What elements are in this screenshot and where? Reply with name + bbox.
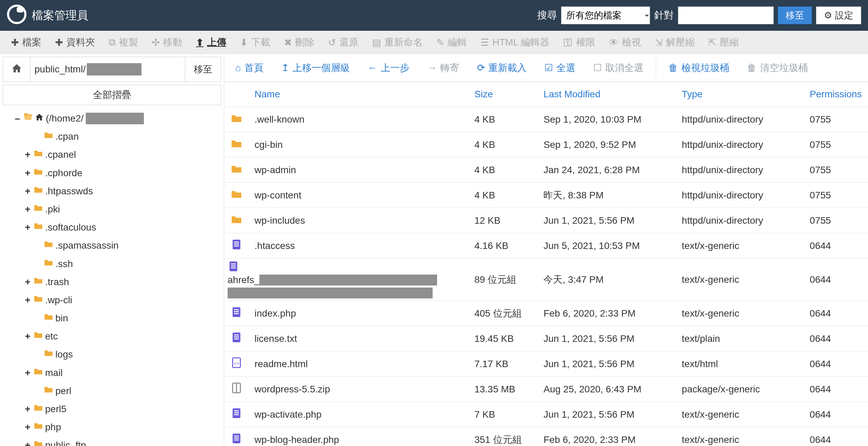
tree-item-bin[interactable]: bin xyxy=(3,309,221,327)
home-button[interactable] xyxy=(3,57,30,82)
path-bar: public_html/ 移至 xyxy=(3,57,221,82)
tree-item-etc[interactable]: +etc xyxy=(3,327,221,345)
file-size: 405 位元組 xyxy=(469,301,538,326)
tree-item-logs[interactable]: logs xyxy=(3,345,221,363)
tree-item-.cphorde[interactable]: +.cphorde xyxy=(3,164,221,182)
toolbar-upload-label: 上傳 xyxy=(207,36,226,49)
tree-item-mail[interactable]: +mail xyxy=(3,364,221,382)
tree-item-.cpanel[interactable]: +.cpanel xyxy=(3,145,221,164)
file-table: Name Size Last Modified Type Permissions… xyxy=(224,82,868,446)
plus-icon: ✚ xyxy=(55,37,63,48)
action-up[interactable]: ↥上移一個層級 xyxy=(273,54,358,82)
tree-item-.htpasswds[interactable]: +.htpasswds xyxy=(3,182,221,200)
table-row[interactable]: </>readme.html7.17 KBJun 1, 2021, 5:56 P… xyxy=(224,351,868,377)
table-row[interactable]: license.txt19.45 KBJun 1, 2021, 5:56 PMt… xyxy=(224,326,868,351)
col-type-header[interactable]: Type xyxy=(676,82,804,107)
tree-item-php[interactable]: +php xyxy=(3,418,221,436)
tree-toggle[interactable]: – xyxy=(14,109,21,127)
file-permissions: 0755 xyxy=(804,183,868,208)
delete-icon: ✖ xyxy=(284,37,292,48)
key-icon: ⚿ xyxy=(563,37,573,48)
col-name-header[interactable]: Name xyxy=(249,82,469,107)
tree-toggle[interactable]: + xyxy=(24,400,31,418)
tree-toggle[interactable]: + xyxy=(24,273,31,291)
search-input[interactable] xyxy=(678,6,774,24)
tree-item-perl[interactable]: perl xyxy=(3,382,221,400)
table-row[interactable]: cgi-bin4 KBSep 1, 2020, 9:52 PMhttpd/uni… xyxy=(224,132,868,157)
toolbar-view-label: 檢視 xyxy=(622,36,641,49)
file-name: wordpress-5.5.zip xyxy=(249,377,469,402)
tree-item-.spamassassin[interactable]: .spamassassin xyxy=(3,236,221,254)
tree-item-.wp-cli[interactable]: +.wp-cli xyxy=(3,291,221,309)
tree-toggle[interactable]: + xyxy=(24,291,31,309)
tree-item-label: .htpasswds xyxy=(45,182,93,200)
tree-item-.cpan[interactable]: .cpan xyxy=(3,127,221,145)
col-modified-header[interactable]: Last Modified xyxy=(538,82,676,107)
table-row[interactable]: ahrefs_89 位元組今天, 3:47 PMtext/x-generic06… xyxy=(224,259,868,301)
settings-button[interactable]: ⚙ 設定 xyxy=(816,6,861,24)
col-permissions-header[interactable]: Permissions xyxy=(804,82,868,107)
tree-toggle[interactable]: + xyxy=(24,436,31,446)
action-back[interactable]: ←上一步 xyxy=(360,54,418,82)
folder-icon xyxy=(33,218,43,236)
table-row[interactable]: .well-known4 KBSep 1, 2020, 10:03 PMhttp… xyxy=(224,107,868,132)
table-row[interactable]: index.php405 位元組Feb 6, 2020, 2:33 PMtext… xyxy=(224,301,868,326)
tree-toggle[interactable]: + xyxy=(24,218,31,236)
tree-toggle[interactable]: + xyxy=(24,145,31,164)
tree-item-.pki[interactable]: +.pki xyxy=(3,200,221,218)
search-label: 搜尋 xyxy=(537,9,557,22)
tree-item-.trash[interactable]: +.trash xyxy=(3,273,221,291)
folder-tree: – (/home2/ .cpan+.cpanel+.cphorde+.htpas… xyxy=(0,108,224,446)
tree-item-perl5[interactable]: +perl5 xyxy=(3,400,221,418)
tree-toggle[interactable]: + xyxy=(24,182,31,200)
toolbar-delete-label: 刪除 xyxy=(295,36,314,49)
toolbar-folder[interactable]: ✚資料夾 xyxy=(48,31,102,54)
tree-item-label: .cpanel xyxy=(45,145,76,164)
table-row[interactable]: wp-admin4 KBJan 24, 2021, 6:28 PMhttpd/u… xyxy=(224,157,868,183)
table-row[interactable]: wp-includes12 KBJun 1, 2021, 5:56 PMhttp… xyxy=(224,208,868,233)
folder-icon xyxy=(33,291,43,309)
tree-toggle[interactable]: + xyxy=(24,364,31,382)
back-icon: ← xyxy=(368,62,377,73)
action-selectall[interactable]: ☑全選 xyxy=(536,54,584,82)
col-size-header[interactable]: Size xyxy=(469,82,538,107)
action-viewtrash[interactable]: 🗑檢視垃圾桶 xyxy=(660,54,737,82)
toolbar-file[interactable]: ✚檔案 xyxy=(4,31,48,54)
tree-toggle[interactable]: + xyxy=(24,164,31,182)
action-reload[interactable]: ⟳重新載入 xyxy=(469,54,535,82)
tree-item-public_ftp[interactable]: +public_ftp xyxy=(3,436,221,446)
tree-root[interactable]: – (/home2/ xyxy=(3,109,221,127)
file-size: 4 KB xyxy=(469,157,538,183)
svg-rect-25 xyxy=(234,414,239,415)
svg-rect-3 xyxy=(234,242,239,243)
file-size: 7 KB xyxy=(469,402,538,427)
folder-icon xyxy=(224,107,249,132)
file-modified: Feb 6, 2020, 2:33 PM xyxy=(538,301,676,326)
toolbar-upload[interactable]: ⬆上傳 xyxy=(189,31,233,54)
table-row[interactable]: wordpress-5.5.zip13.35 MBAug 25, 2020, 6… xyxy=(224,377,868,402)
search-scope-select[interactable]: 所有您的檔案 xyxy=(561,6,650,24)
tree-item-label: .spamassassin xyxy=(55,236,119,254)
table-row[interactable]: wp-activate.php7 KBJun 1, 2021, 5:56 PMt… xyxy=(224,402,868,427)
tree-toggle[interactable]: + xyxy=(24,418,31,436)
target-label: 針對 xyxy=(654,9,674,22)
collapse-all-button[interactable]: 全部摺疊 xyxy=(3,85,221,105)
file-modified: Jun 1, 2021, 5:56 PM xyxy=(538,351,676,377)
action-home[interactable]: ⌂首頁 xyxy=(227,54,272,82)
svg-rect-28 xyxy=(234,437,239,438)
tree-toggle[interactable]: + xyxy=(24,327,31,345)
path-input[interactable]: public_html/ xyxy=(30,57,185,82)
table-row[interactable]: .htaccess4.16 KBJun 5, 2021, 10:53 PMtex… xyxy=(224,233,868,259)
folder-icon xyxy=(33,418,43,436)
tree-toggle[interactable]: + xyxy=(24,200,31,218)
file-modified: 昨天, 8:38 PM xyxy=(538,183,676,208)
unselect-all-icon: ☐ xyxy=(593,62,602,73)
path-go-button[interactable]: 移至 xyxy=(185,57,221,82)
tree-item-.softaculous[interactable]: +.softaculous xyxy=(3,218,221,236)
tree-item-.ssh[interactable]: .ssh xyxy=(3,255,221,273)
table-row[interactable]: wp-blog-header.php351 位元組Feb 6, 2020, 2:… xyxy=(224,427,868,446)
table-row[interactable]: wp-content4 KB昨天, 8:38 PMhttpd/unix-dire… xyxy=(224,183,868,208)
search-go-button[interactable]: 移至 xyxy=(778,6,812,24)
path-text: public_html/ xyxy=(35,64,85,75)
file-permissions: 0644 xyxy=(804,427,868,446)
